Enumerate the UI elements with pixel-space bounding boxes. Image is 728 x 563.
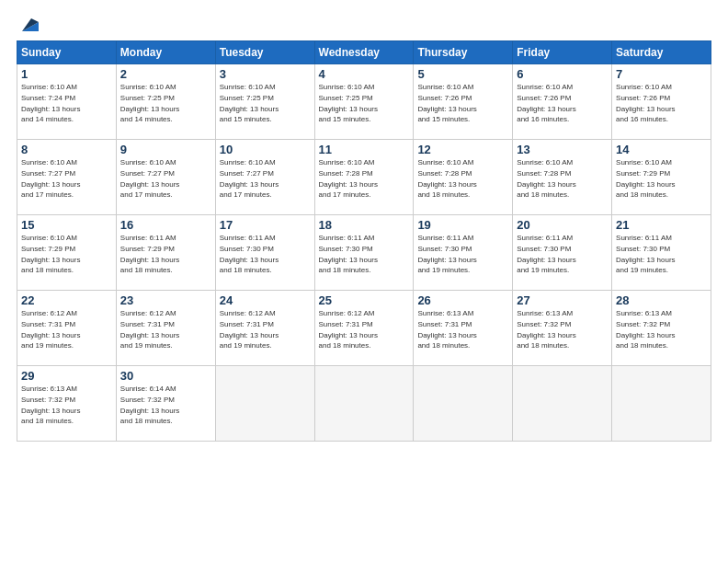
calendar-cell: 9 Sunrise: 6:10 AMSunset: 7:27 PMDayligh… [116,140,215,215]
weekday-header: Wednesday [314,41,414,64]
day-number: 15 [21,218,112,232]
calendar-cell: 26 Sunrise: 6:13 AMSunset: 7:31 PMDaylig… [414,291,513,366]
day-info: Sunrise: 6:11 AMSunset: 7:30 PMDaylight:… [220,234,279,274]
day-number: 3 [220,67,311,81]
weekday-header: Tuesday [215,41,314,64]
logo-icon [18,15,39,35]
day-info: Sunrise: 6:13 AMSunset: 7:32 PMDaylight:… [21,385,80,425]
day-number: 4 [319,67,410,81]
calendar-cell: 19 Sunrise: 6:11 AMSunset: 7:30 PMDaylig… [414,215,513,291]
day-number: 18 [319,218,410,232]
weekday-header: Friday [513,41,612,64]
day-info: Sunrise: 6:10 AMSunset: 7:26 PMDaylight:… [616,83,675,123]
day-number: 21 [616,218,707,232]
day-info: Sunrise: 6:10 AMSunset: 7:28 PMDaylight:… [517,158,575,199]
calendar-cell: 30 Sunrise: 6:14 AMSunset: 7:32 PMDaylig… [116,366,215,442]
day-info: Sunrise: 6:11 AMSunset: 7:30 PMDaylight:… [417,234,476,274]
day-number: 26 [417,293,508,307]
day-number: 5 [417,67,508,81]
weekday-header: Saturday [612,41,711,64]
day-info: Sunrise: 6:12 AMSunset: 7:31 PMDaylight:… [220,309,279,350]
day-number: 7 [616,67,707,81]
calendar-cell: 7 Sunrise: 6:10 AMSunset: 7:26 PMDayligh… [612,64,711,140]
day-number: 19 [417,218,508,232]
day-number: 25 [319,293,410,307]
calendar-cell: 8 Sunrise: 6:10 AMSunset: 7:27 PMDayligh… [17,140,117,215]
day-number: 2 [120,67,211,81]
day-info: Sunrise: 6:10 AMSunset: 7:28 PMDaylight:… [319,158,378,199]
calendar-cell: 24 Sunrise: 6:12 AMSunset: 7:31 PMDaylig… [215,291,314,366]
calendar-cell [215,366,314,442]
day-number: 22 [21,293,112,307]
calendar-cell: 22 Sunrise: 6:12 AMSunset: 7:31 PMDaylig… [17,291,117,366]
calendar-cell [414,366,513,442]
calendar-cell: 21 Sunrise: 6:11 AMSunset: 7:30 PMDaylig… [612,215,711,291]
day-number: 10 [220,143,311,156]
logo [17,15,39,31]
day-info: Sunrise: 6:12 AMSunset: 7:31 PMDaylight:… [120,309,179,350]
day-number: 17 [220,218,311,232]
calendar-cell: 23 Sunrise: 6:12 AMSunset: 7:31 PMDaylig… [116,291,215,366]
day-info: Sunrise: 6:10 AMSunset: 7:27 PMDaylight:… [120,158,179,199]
day-info: Sunrise: 6:10 AMSunset: 7:25 PMDaylight:… [319,83,378,123]
calendar-cell: 13 Sunrise: 6:10 AMSunset: 7:28 PMDaylig… [513,140,612,215]
day-number: 13 [517,143,608,156]
day-info: Sunrise: 6:10 AMSunset: 7:29 PMDaylight:… [616,158,675,199]
day-info: Sunrise: 6:11 AMSunset: 7:30 PMDaylight:… [616,234,675,274]
day-number: 6 [517,67,608,81]
day-number: 16 [120,218,211,232]
calendar-cell: 18 Sunrise: 6:11 AMSunset: 7:30 PMDaylig… [314,215,414,291]
day-info: Sunrise: 6:12 AMSunset: 7:31 PMDaylight:… [319,309,378,350]
day-info: Sunrise: 6:11 AMSunset: 7:29 PMDaylight:… [120,234,179,274]
day-number: 14 [616,143,707,156]
calendar-cell: 6 Sunrise: 6:10 AMSunset: 7:26 PMDayligh… [513,64,612,140]
calendar-cell: 27 Sunrise: 6:13 AMSunset: 7:32 PMDaylig… [513,291,612,366]
calendar-cell: 4 Sunrise: 6:10 AMSunset: 7:25 PMDayligh… [314,64,414,140]
calendar-cell: 29 Sunrise: 6:13 AMSunset: 7:32 PMDaylig… [17,366,117,442]
day-number: 24 [220,293,311,307]
day-info: Sunrise: 6:13 AMSunset: 7:31 PMDaylight:… [417,309,476,350]
calendar-cell [513,366,612,442]
calendar-table: SundayMondayTuesdayWednesdayThursdayFrid… [17,40,711,442]
calendar-cell: 2 Sunrise: 6:10 AMSunset: 7:25 PMDayligh… [116,64,215,140]
calendar-cell: 16 Sunrise: 6:11 AMSunset: 7:29 PMDaylig… [116,215,215,291]
day-number: 27 [517,293,608,307]
calendar-cell: 11 Sunrise: 6:10 AMSunset: 7:28 PMDaylig… [314,140,414,215]
day-number: 30 [120,369,211,383]
day-info: Sunrise: 6:10 AMSunset: 7:27 PMDaylight:… [21,158,80,199]
day-info: Sunrise: 6:13 AMSunset: 7:32 PMDaylight:… [517,309,575,350]
day-number: 28 [616,293,707,307]
calendar-cell: 14 Sunrise: 6:10 AMSunset: 7:29 PMDaylig… [612,140,711,215]
calendar-cell: 3 Sunrise: 6:10 AMSunset: 7:25 PMDayligh… [215,64,314,140]
calendar-cell: 5 Sunrise: 6:10 AMSunset: 7:26 PMDayligh… [414,64,513,140]
calendar-cell: 17 Sunrise: 6:11 AMSunset: 7:30 PMDaylig… [215,215,314,291]
day-info: Sunrise: 6:10 AMSunset: 7:29 PMDaylight:… [21,234,80,274]
day-info: Sunrise: 6:10 AMSunset: 7:26 PMDaylight:… [417,83,476,123]
day-number: 9 [120,143,211,156]
day-info: Sunrise: 6:13 AMSunset: 7:32 PMDaylight:… [616,309,675,350]
calendar-cell [612,366,711,442]
day-number: 23 [120,293,211,307]
weekday-header: Monday [116,41,215,64]
day-info: Sunrise: 6:10 AMSunset: 7:24 PMDaylight:… [21,83,80,123]
calendar-cell: 15 Sunrise: 6:10 AMSunset: 7:29 PMDaylig… [17,215,117,291]
calendar-cell: 25 Sunrise: 6:12 AMSunset: 7:31 PMDaylig… [314,291,414,366]
day-info: Sunrise: 6:11 AMSunset: 7:30 PMDaylight:… [319,234,378,274]
day-number: 1 [21,67,112,81]
calendar-cell: 1 Sunrise: 6:10 AMSunset: 7:24 PMDayligh… [17,64,117,140]
day-number: 29 [21,369,112,383]
day-info: Sunrise: 6:11 AMSunset: 7:30 PMDaylight:… [517,234,575,274]
calendar-cell: 28 Sunrise: 6:13 AMSunset: 7:32 PMDaylig… [612,291,711,366]
day-number: 8 [21,143,112,156]
calendar-cell: 10 Sunrise: 6:10 AMSunset: 7:27 PMDaylig… [215,140,314,215]
weekday-header: Sunday [17,41,117,64]
day-info: Sunrise: 6:12 AMSunset: 7:31 PMDaylight:… [21,309,80,350]
day-info: Sunrise: 6:10 AMSunset: 7:27 PMDaylight:… [220,158,279,199]
day-number: 20 [517,218,608,232]
calendar-cell [314,366,414,442]
day-info: Sunrise: 6:10 AMSunset: 7:26 PMDaylight:… [517,83,575,123]
day-info: Sunrise: 6:10 AMSunset: 7:25 PMDaylight:… [120,83,179,123]
day-info: Sunrise: 6:10 AMSunset: 7:28 PMDaylight:… [417,158,476,199]
day-number: 11 [319,143,410,156]
weekday-header: Thursday [414,41,513,64]
